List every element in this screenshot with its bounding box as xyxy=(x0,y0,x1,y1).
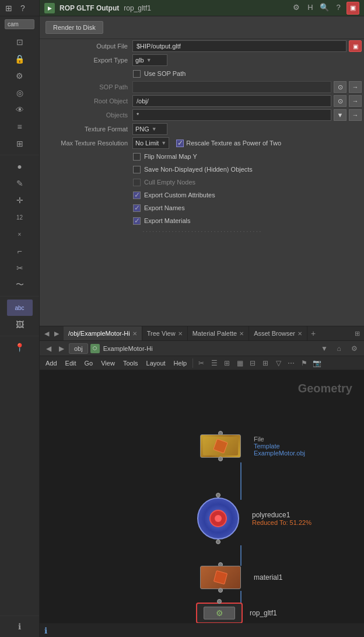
image-icon[interactable]: 🖼 xyxy=(7,316,33,333)
menu-table-icon[interactable]: ▦ xyxy=(234,357,246,369)
tab-material-palette[interactable]: Material Palette ✕ xyxy=(188,326,249,341)
max-texture-dropdown[interactable]: No Limit ▼ xyxy=(132,137,169,149)
settings-action-icon[interactable]: ⚙ xyxy=(290,2,302,13)
settings-icon[interactable]: ⚙ xyxy=(7,68,33,84)
numx-icon[interactable]: × xyxy=(7,226,33,242)
help-icon[interactable]: ? xyxy=(16,2,29,15)
menu-layout[interactable]: Layout xyxy=(143,358,169,368)
tab-asset-browser-close[interactable]: ✕ xyxy=(298,330,302,337)
compass-icon[interactable]: ◎ xyxy=(7,85,33,101)
sop-path-arrow-btn[interactable]: → xyxy=(349,81,362,93)
num12-icon[interactable]: 12 xyxy=(7,209,33,225)
path-forward-btn[interactable]: ▶ xyxy=(56,343,66,354)
texture-format-dropdown[interactable]: PNG ▼ xyxy=(132,123,167,135)
bookmark-action-icon[interactable]: H xyxy=(304,2,316,13)
search-action-icon[interactable]: 🔍 xyxy=(318,2,330,13)
tab-example-motor-close[interactable]: ✕ xyxy=(132,330,137,337)
path-obj-chip[interactable]: obj xyxy=(69,343,88,354)
export-names-checkbox[interactable]: ✓ xyxy=(133,204,141,212)
rop-node-body[interactable]: ⚙ xyxy=(196,603,243,623)
menu-go[interactable]: Go xyxy=(81,358,97,368)
scissors-icon[interactable]: ✂ xyxy=(7,260,33,276)
path-dropdown-btn[interactable]: ▼ xyxy=(318,343,330,354)
view-icon[interactable]: ⊡ xyxy=(7,34,33,50)
menu-expand-icon[interactable]: ⊟ xyxy=(247,357,258,369)
menu-add[interactable]: Add xyxy=(42,358,61,368)
flip-normal-checkbox[interactable] xyxy=(133,153,141,161)
path-back-btn[interactable]: ◀ xyxy=(43,343,54,354)
use-sop-path-row: Use SOP Path xyxy=(40,67,364,80)
tab-view-btn[interactable]: ⊞ xyxy=(352,328,362,339)
menu-help[interactable]: Help xyxy=(170,358,191,368)
network-icon[interactable]: ⊞ xyxy=(2,2,15,15)
sop-path-browse-btn[interactable]: ⊙ xyxy=(334,81,346,93)
location-icon[interactable]: 📍 xyxy=(7,339,33,356)
tab-tree-view[interactable]: Tree View ✕ xyxy=(142,326,188,341)
save-hidden-checkbox[interactable] xyxy=(133,166,141,173)
menu-cut-icon[interactable]: ✂ xyxy=(195,357,207,369)
file-node-link[interactable]: ExampleMotor.obj xyxy=(254,450,305,457)
status-info-icon[interactable]: ℹ xyxy=(44,626,47,635)
menu-camera-icon[interactable]: 📷 xyxy=(311,357,323,369)
menu-grid-icon[interactable]: ⊞ xyxy=(221,357,233,369)
render-to-disk-button[interactable]: Render to Disk xyxy=(46,21,103,34)
tab-asset-browser[interactable]: Asset Browser ✕ xyxy=(249,326,307,341)
node-polyreduce1[interactable]: polyreduce1 Reduced To: 51.22% xyxy=(197,497,312,539)
export-type-dropdown[interactable]: glb ▼ xyxy=(132,54,167,66)
node-material1[interactable]: material1 xyxy=(200,566,282,589)
sop-path-input[interactable] xyxy=(132,81,331,93)
info-bottom-icon[interactable]: ℹ xyxy=(7,618,33,635)
tab-add-button[interactable]: + xyxy=(307,329,319,338)
output-file-input[interactable] xyxy=(132,40,346,52)
grid-icon[interactable]: ⊞ xyxy=(7,135,33,152)
wave-icon[interactable]: 〜 xyxy=(7,277,33,293)
move-icon[interactable]: ✛ xyxy=(7,192,33,208)
menu-list-icon[interactable]: ☰ xyxy=(208,357,220,369)
rescale-checkbox[interactable]: ✓ xyxy=(176,140,184,147)
menu-edit[interactable]: Edit xyxy=(62,358,80,368)
use-sop-path-checkbox[interactable] xyxy=(133,70,141,78)
cam-button[interactable]: cam xyxy=(5,19,34,29)
menu-tools[interactable]: Tools xyxy=(120,358,142,368)
tab-example-motor[interactable]: /obj/ExampleMotor-Hi ✕ xyxy=(64,326,142,341)
root-object-input[interactable] xyxy=(132,95,331,107)
objects-input[interactable] xyxy=(132,109,331,121)
output-file-browse-btn[interactable]: ▣ xyxy=(349,40,362,52)
node-file-template[interactable]: File Template ExampleMotor.obj xyxy=(200,434,305,458)
tab-material-palette-close[interactable]: ✕ xyxy=(239,330,244,337)
text-icon[interactable]: abc xyxy=(7,300,33,316)
eye-icon[interactable]: 👁 xyxy=(7,102,33,118)
select-icon[interactable]: ● xyxy=(7,158,33,175)
node-rop-gltf1[interactable]: ⚙ rop_gltf1 xyxy=(196,603,277,623)
output-icon-button[interactable]: ▣ xyxy=(346,2,359,15)
menu-filter-icon[interactable]: ▽ xyxy=(272,357,284,369)
objects-dropdown-btn[interactable]: ▼ xyxy=(334,109,346,121)
path-home-btn[interactable]: ⌂ xyxy=(332,343,345,354)
menu-divider xyxy=(192,358,193,368)
path-gear-btn[interactable]: ⚙ xyxy=(348,343,360,354)
cull-empty-checkbox[interactable] xyxy=(133,179,141,186)
menu-view[interactable]: View xyxy=(97,358,118,368)
material-node-body[interactable] xyxy=(200,566,241,589)
objects-arrow-btn[interactable]: → xyxy=(349,109,362,121)
crop-icon[interactable]: ⌐ xyxy=(7,243,33,259)
node-graph[interactable]: Geometry File xyxy=(40,370,364,623)
layers-icon[interactable]: ≡ xyxy=(7,119,33,135)
export-materials-checkbox[interactable]: ✓ xyxy=(133,217,141,225)
lock-icon[interactable]: 🔒 xyxy=(7,51,33,67)
export-names-row: ✓ Export Names xyxy=(40,201,364,214)
export-custom-checkbox[interactable]: ✓ xyxy=(133,192,141,199)
file-node-body[interactable] xyxy=(200,434,241,458)
root-object-browse-btn[interactable]: ⊙ xyxy=(334,95,346,107)
menu-collapse-icon[interactable]: ⊞ xyxy=(260,357,271,369)
help-action-icon[interactable]: ? xyxy=(332,2,344,13)
poly-node-body[interactable] xyxy=(197,497,239,539)
root-object-arrow-btn[interactable]: → xyxy=(349,95,362,107)
pen-icon[interactable]: ✎ xyxy=(7,175,33,192)
tab-tree-view-close[interactable]: ✕ xyxy=(178,330,183,337)
menu-dots-icon[interactable]: ⋯ xyxy=(285,357,297,369)
path-node-icon: ⬡ xyxy=(90,344,100,353)
tab-nav-back[interactable]: ◀ xyxy=(42,328,51,339)
menu-flag-icon[interactable]: ⚑ xyxy=(298,357,310,369)
tab-nav-forward[interactable]: ▶ xyxy=(52,328,61,339)
